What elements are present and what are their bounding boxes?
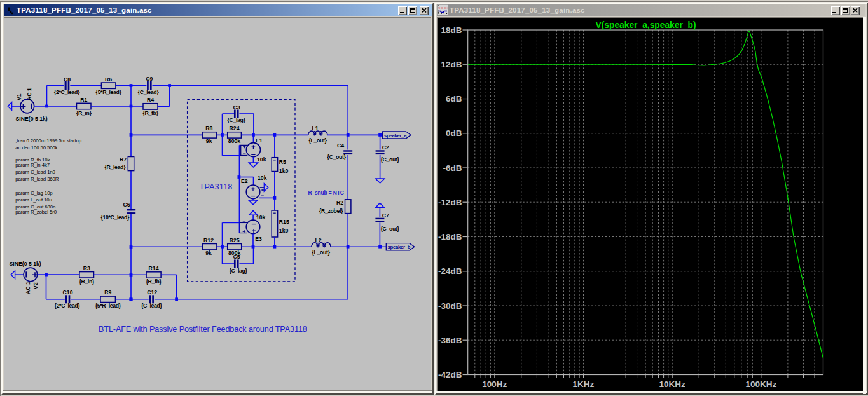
svg-text:-12dB: -12dB: [438, 198, 462, 207]
svg-text:C3: C3: [233, 104, 240, 111]
svg-text:-30dB: -30dB: [438, 301, 462, 311]
svg-text:{R_fb}: {R_fb}: [146, 278, 162, 285]
svg-text:C7: C7: [382, 212, 389, 219]
svg-text:R15: R15: [279, 219, 289, 225]
svg-text:E2: E2: [241, 178, 248, 184]
svg-text:R_snub = NTC: R_snub = NTC: [308, 189, 344, 196]
svg-text:C9: C9: [146, 76, 153, 82]
svg-text:{R_fb}: {R_fb}: [143, 110, 159, 116]
svg-text:-6dB: -6dB: [443, 163, 462, 173]
svg-text:R24: R24: [230, 125, 240, 132]
svg-text:param L_out 10u: param L_out 10u: [15, 197, 52, 203]
svg-text:R4: R4: [147, 97, 154, 103]
svg-text:{L_out}: {L_out}: [309, 137, 327, 144]
svg-text:AC 1: AC 1: [26, 88, 32, 100]
svg-text:E3: E3: [255, 236, 262, 242]
svg-text:{C_out}: {C_out}: [381, 226, 400, 232]
svg-text:R8: R8: [205, 125, 212, 132]
svg-text:R1: R1: [80, 97, 87, 103]
svg-text:{C_lag}: {C_lag}: [228, 117, 246, 123]
svg-text:10k: 10k: [256, 214, 266, 221]
svg-text:R9: R9: [104, 289, 111, 296]
svg-text:100KHz: 100KHz: [746, 379, 777, 389]
svg-text:{C_lag}: {C_lag}: [230, 268, 248, 274]
svg-text:TPA3118: TPA3118: [200, 182, 233, 191]
svg-text:800k: 800k: [228, 138, 240, 144]
svg-text:R25: R25: [230, 237, 240, 243]
svg-text:C5: C5: [233, 254, 240, 260]
svg-text:R2: R2: [336, 200, 343, 206]
svg-text:100Hz: 100Hz: [482, 379, 507, 389]
svg-text:10k: 10k: [258, 175, 267, 181]
svg-text:SINE(0 5 1k): SINE(0 5 1k): [10, 261, 41, 267]
svg-text:9k: 9k: [205, 250, 212, 256]
svg-text:speaker_a: speaker_a: [384, 133, 407, 139]
svg-text:10KHz: 10KHz: [659, 379, 686, 389]
svg-text:ac dec 100 50 500k: ac dec 100 50 500k: [15, 145, 57, 151]
svg-text:C8: C8: [64, 76, 71, 83]
svg-text:10k: 10k: [257, 156, 266, 163]
svg-text:{R_in}: {R_in}: [76, 110, 92, 116]
svg-text:C2: C2: [382, 144, 389, 151]
svg-text:{5*R_lead}: {5*R_lead}: [95, 303, 121, 309]
svg-text:speaker_b: speaker_b: [388, 244, 411, 250]
svg-text:E1: E1: [256, 137, 263, 144]
svg-text:1k0: 1k0: [279, 168, 289, 174]
svg-text:0dB: 0dB: [446, 128, 462, 138]
svg-text:R5: R5: [279, 159, 286, 165]
svg-text:-42dB: -42dB: [438, 370, 462, 379]
svg-text:R7: R7: [120, 156, 127, 163]
svg-text:C6: C6: [123, 201, 130, 208]
svg-text:{C_out}: {C_out}: [327, 154, 347, 160]
svg-text:R6: R6: [105, 76, 112, 83]
svg-text:R12: R12: [203, 237, 214, 243]
svg-text:{C_out}: {C_out}: [381, 156, 400, 163]
svg-text:6dB: 6dB: [446, 94, 462, 104]
svg-text:{C_lead}: {C_lead}: [141, 303, 162, 309]
svg-text:L2: L2: [315, 237, 321, 243]
svg-text:12dB: 12dB: [441, 60, 462, 69]
svg-text:C12: C12: [147, 289, 157, 296]
svg-text:param C_lead 1n0: param C_lead 1n0: [15, 169, 55, 175]
svg-text:BTL-AFE with Passive Postfilte: BTL-AFE with Passive Postfilter Feedback…: [99, 325, 307, 334]
svg-text:SINE(0 5 1k): SINE(0 5 1k): [16, 116, 48, 122]
svg-text:-36dB: -36dB: [438, 336, 462, 345]
svg-text:param C_lag 10p: param C_lag 10p: [15, 190, 53, 196]
svg-text:1k0: 1k0: [279, 228, 289, 234]
svg-text:-18dB: -18dB: [438, 232, 462, 242]
svg-text:{2*C_lead}: {2*C_lead}: [54, 89, 80, 95]
svg-text:{R_lead}: {R_lead}: [105, 164, 126, 170]
svg-text:{5*R_lead}: {5*R_lead}: [96, 89, 122, 95]
svg-text:param R_in 4k7: param R_in 4k7: [15, 162, 50, 168]
svg-text:1KHz: 1KHz: [573, 379, 595, 389]
svg-text:{R_in}: {R_in}: [79, 278, 94, 285]
svg-text:9k: 9k: [206, 138, 212, 144]
svg-text:V(speaker_a,speaker_b): V(speaker_a,speaker_b): [596, 20, 696, 30]
svg-text:V2: V2: [32, 282, 39, 289]
svg-text:R3: R3: [83, 265, 90, 271]
svg-text:AC 1: AC 1: [25, 282, 31, 294]
svg-text:C10: C10: [63, 289, 73, 296]
svg-text:L1: L1: [312, 125, 318, 132]
svg-text:-24dB: -24dB: [438, 266, 462, 276]
svg-text:V1: V1: [16, 93, 22, 100]
svg-text:param R_lead 360R: param R_lead 360R: [15, 176, 59, 182]
svg-text:;tran 0 2000m 1999 5m startup: ;tran 0 2000m 1999 5m startup: [15, 138, 81, 144]
svg-text:{C_lead}: {C_lead}: [138, 89, 159, 95]
svg-text:{2*C_lead}: {2*C_lead}: [55, 303, 81, 309]
svg-text:18dB: 18dB: [441, 25, 462, 35]
svg-text:C4: C4: [337, 142, 344, 149]
svg-text:{10*C_lead}: {10*C_lead}: [101, 214, 130, 221]
svg-text:{R_zobel}: {R_zobel}: [319, 208, 343, 214]
svg-text:R14: R14: [149, 265, 159, 271]
svg-text:param R_zobel 5r0: param R_zobel 5r0: [15, 209, 57, 215]
svg-text:{L_out}: {L_out}: [312, 249, 331, 256]
